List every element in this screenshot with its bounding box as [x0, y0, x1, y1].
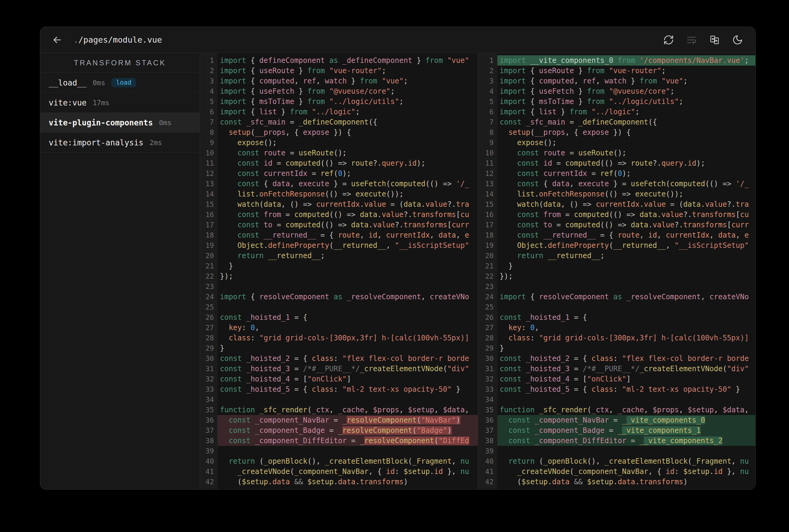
code-line-content: import { useFetch } from "@vueuse/core"; — [497, 86, 756, 96]
code-token — [220, 128, 229, 137]
code-line: 16 const from = computed(() => data.valu… — [478, 209, 756, 220]
line-number: 28 — [478, 333, 497, 343]
line-number: 19 — [478, 240, 497, 251]
code-line-content — [497, 395, 756, 405]
code-token: = [ — [570, 375, 587, 383]
code-token — [259, 169, 263, 178]
code-token: const — [220, 385, 242, 394]
side-by-side-diff-icon[interactable] — [709, 34, 720, 46]
code-token: (); — [543, 138, 556, 147]
code-token: $setup — [587, 478, 613, 486]
sidebar-item-vite-plugin-components[interactable]: vite-plugin-components0ms — [40, 113, 200, 133]
code-line: 7const _sfc_main = _defineComponent({ — [478, 117, 756, 127]
code-token — [539, 159, 543, 168]
code-line-content: watch(data, () => currentIdx.value = (da… — [497, 199, 756, 209]
code-line-content — [218, 302, 478, 312]
code-line-content: }); — [497, 271, 756, 281]
code-token: from — [264, 210, 281, 219]
code-line-content: } — [218, 261, 478, 271]
code-token: nu — [460, 467, 469, 476]
refresh-icon[interactable] — [663, 34, 674, 46]
code-token: "../logic/utils" — [604, 97, 679, 106]
code-token: tra — [736, 200, 749, 209]
line-number: 2 — [478, 65, 497, 76]
code-token: : — [251, 334, 259, 342]
code-token — [259, 221, 263, 229]
page-title: ./pages/module.vue — [74, 35, 162, 44]
code-token: _ — [622, 416, 626, 424]
code-token — [259, 149, 263, 157]
code-token: value — [382, 210, 404, 219]
code-token: 0 — [530, 323, 535, 332]
code-token: = — [565, 118, 578, 126]
code-token: ); — [417, 159, 425, 168]
code-line: 37 const _component_Badge = __vite_compo… — [478, 425, 756, 436]
code-token: execute — [635, 190, 665, 198]
code-pane-before[interactable]: 1import { defineComponent as _defineComp… — [200, 53, 478, 489]
code-token — [539, 221, 543, 229]
back-button[interactable] — [52, 35, 62, 45]
code-token: , — [360, 231, 368, 240]
code-token: data — [718, 231, 736, 240]
code-token: ( — [570, 467, 574, 476]
code-token: __returned__ — [334, 241, 386, 250]
code-token: . — [535, 190, 539, 198]
code-token: = { — [570, 313, 587, 322]
line-number: 27 — [478, 323, 497, 333]
code-token: = — [565, 149, 578, 157]
code-token: _ — [640, 436, 644, 445]
code-token: ?. — [727, 200, 736, 209]
code-token: ) — [404, 478, 408, 486]
code-token: _sfc_main — [526, 118, 565, 126]
code-token: currentIdx — [386, 231, 430, 240]
word-wrap-icon[interactable] — [686, 34, 697, 46]
code-token — [220, 231, 238, 240]
code-line: 1import __vite_components_0 from '/compo… — [478, 55, 756, 65]
code-token: id — [264, 159, 273, 168]
code-token — [255, 406, 259, 414]
code-token: (); — [264, 138, 277, 147]
code-token: const — [238, 169, 259, 178]
code-line-content: import { useFetch } from "@vueuse/core"; — [218, 86, 478, 96]
code-token: const — [500, 375, 521, 383]
line-number: 5 — [478, 96, 497, 107]
code-token — [220, 159, 238, 168]
code-line-content: const _component_DiffEditor = __vite_com… — [497, 436, 756, 446]
code-token: from — [307, 66, 325, 75]
code-token — [220, 426, 229, 435]
line-number: 16 — [478, 209, 497, 220]
code-line-content: const _hoisted_5 = { class: "ml-2 text-x… — [218, 384, 478, 395]
code-line: 19 Object.defineProperty(__returned__, "… — [200, 240, 478, 251]
code-token: , — [434, 406, 443, 414]
code-token: } — [500, 262, 513, 270]
code-pane-after[interactable]: 1import __vite_components_0 from '/compo… — [478, 53, 756, 489]
code-line: 35function _sfc_render(_ctx, _cache, $pr… — [478, 405, 756, 415]
line-number: 9 — [200, 137, 218, 148]
code-token: . — [648, 221, 653, 229]
code-token: (); — [334, 149, 347, 157]
code-line: 14 list.onFetchResponse(() => execute())… — [478, 189, 756, 199]
line-number: 40 — [200, 456, 218, 467]
code-token: "NavBar" — [421, 416, 456, 424]
code-line: 17 const to = computed(() => data.value?… — [478, 220, 756, 230]
code-token: . — [613, 478, 618, 486]
code-token: from — [360, 77, 377, 85]
dark-mode-moon-icon[interactable] — [732, 34, 743, 46]
code-line: 17 const to = computed(() => data.value?… — [200, 220, 478, 230]
code-line: 15 watch(data, () => currentIdx.value = … — [200, 199, 478, 209]
code-line: 36 const _component_NavBar = __vite_comp… — [478, 415, 756, 425]
code-token: ; — [320, 251, 325, 260]
line-number: 12 — [478, 168, 497, 179]
code-token — [500, 457, 509, 466]
sidebar-item-vite-vue[interactable]: vite:vue17ms — [40, 93, 200, 113]
sidebar-item-vite-import-analysis[interactable]: vite:import-analysis2ms — [40, 133, 200, 153]
code-token: as — [325, 56, 343, 65]
code-token: = — [281, 210, 294, 219]
code-token: [ — [447, 221, 452, 229]
code-token: _component_NavBar — [255, 416, 329, 424]
code-token — [500, 190, 517, 198]
line-number: 18 — [200, 230, 218, 240]
code-token: ( — [417, 416, 421, 424]
sidebar-item--load-[interactable]: __load__0msload — [40, 73, 200, 93]
code-token: . — [360, 200, 364, 209]
